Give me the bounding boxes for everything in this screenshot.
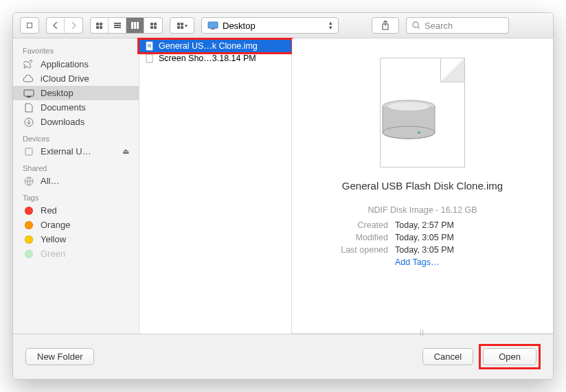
preview-file-icon bbox=[380, 58, 465, 168]
cancel-button[interactable]: Cancel bbox=[422, 348, 473, 365]
eject-icon[interactable]: ⏏ bbox=[122, 147, 129, 156]
path-label: Desktop bbox=[223, 21, 256, 31]
sidebar-toggle-group[interactable] bbox=[20, 17, 39, 34]
back-button[interactable] bbox=[47, 18, 65, 33]
sidebar-item-all[interactable]: All… bbox=[13, 174, 139, 188]
preview-metadata: NDIF Disk Image - 16.12 GB CreatedToday,… bbox=[319, 205, 525, 267]
file-icon bbox=[145, 41, 155, 51]
globe-icon bbox=[23, 176, 35, 186]
sidebar: Favorites Applications iCloud Drive Desk… bbox=[13, 38, 139, 334]
search-icon bbox=[412, 21, 420, 30]
svg-point-3 bbox=[413, 22, 418, 27]
view-mode-group[interactable] bbox=[90, 17, 163, 34]
path-dropdown[interactable]: Desktop ▴▾ bbox=[201, 17, 339, 34]
svg-rect-8 bbox=[25, 148, 32, 155]
tag-dot-yellow bbox=[25, 235, 33, 244]
sidebar-head-favorites: Favorites bbox=[13, 41, 139, 56]
share-button[interactable] bbox=[372, 17, 399, 34]
content-area: Favorites Applications iCloud Drive Desk… bbox=[13, 38, 553, 334]
icon-view-button[interactable] bbox=[91, 18, 109, 33]
tag-dot-orange bbox=[25, 221, 33, 229]
apps-icon bbox=[23, 58, 35, 69]
cloud-icon bbox=[23, 75, 35, 83]
sidebar-item-applications[interactable]: Applications bbox=[13, 56, 139, 71]
arrange-button[interactable]: ▾ bbox=[170, 17, 194, 34]
svg-rect-0 bbox=[208, 22, 218, 28]
svg-rect-6 bbox=[27, 96, 31, 97]
sidebar-tag-orange[interactable]: Orange bbox=[13, 218, 139, 232]
desktop-icon bbox=[23, 89, 35, 97]
bottom-bar: New Folder Cancel Open bbox=[13, 334, 553, 379]
open-highlight: Open bbox=[479, 344, 541, 369]
preview-pane: General USB Flash Disk Clone.img NDIF Di… bbox=[292, 38, 553, 334]
sidebar-tag-green[interactable]: Green bbox=[13, 246, 139, 261]
svg-rect-12 bbox=[146, 54, 152, 62]
search-input[interactable]: Search bbox=[406, 17, 509, 34]
nav-group[interactable] bbox=[46, 17, 83, 34]
sidebar-item-icloud[interactable]: iCloud Drive bbox=[13, 71, 139, 86]
search-placeholder: Search bbox=[424, 21, 453, 31]
forward-button[interactable] bbox=[65, 18, 82, 33]
svg-point-14 bbox=[388, 102, 429, 111]
share-icon bbox=[381, 21, 389, 30]
sidebar-tag-yellow[interactable]: Yellow bbox=[13, 232, 139, 246]
file-item-selected[interactable]: General US…k Clone.img bbox=[139, 40, 291, 52]
preview-typeinfo: NDIF Disk Image - 16.12 GB bbox=[319, 205, 525, 215]
coverflow-view-button[interactable] bbox=[144, 18, 162, 33]
open-button[interactable]: Open bbox=[483, 348, 536, 365]
open-dialog: ▾ Desktop ▴▾ Search Favorites Applicatio… bbox=[12, 12, 554, 380]
sidebar-item-external[interactable]: External U…⏏ bbox=[13, 144, 139, 159]
toolbar: ▾ Desktop ▴▾ Search bbox=[13, 13, 553, 38]
svg-rect-11 bbox=[148, 44, 151, 47]
sidebar-tag-red[interactable]: Red bbox=[13, 203, 139, 218]
svg-line-4 bbox=[418, 27, 420, 29]
file-item[interactable]: Screen Sho…3.18.14 PM bbox=[139, 52, 291, 65]
sidebar-item-downloads[interactable]: Downloads bbox=[13, 115, 139, 129]
sidebar-head-devices: Devices bbox=[13, 129, 139, 144]
sidebar-head-tags: Tags bbox=[13, 188, 139, 203]
add-tags-link[interactable]: Add Tags… bbox=[395, 257, 525, 267]
file-icon bbox=[145, 54, 155, 63]
svg-rect-5 bbox=[24, 90, 34, 96]
tag-dot-red bbox=[25, 207, 33, 215]
desktop-icon bbox=[207, 21, 218, 30]
resize-handle[interactable]: || bbox=[420, 329, 425, 336]
list-view-button[interactable] bbox=[109, 18, 126, 33]
sidebar-item-documents[interactable]: Documents bbox=[13, 100, 139, 115]
preview-filename: General USB Flash Disk Clone.img bbox=[342, 180, 503, 192]
new-folder-button[interactable]: New Folder bbox=[25, 348, 94, 365]
disk-icon bbox=[23, 147, 35, 157]
tag-dot-green bbox=[25, 250, 33, 258]
sidebar-item-desktop[interactable]: Desktop bbox=[13, 86, 139, 100]
doc-icon bbox=[23, 103, 35, 113]
file-list: General US…k Clone.img Screen Sho…3.18.1… bbox=[139, 38, 292, 334]
column-view-button[interactable] bbox=[126, 18, 144, 33]
down-icon bbox=[23, 117, 35, 127]
svg-point-16 bbox=[418, 131, 420, 134]
svg-rect-1 bbox=[211, 28, 215, 30]
hdd-icon bbox=[381, 100, 437, 142]
sidebar-head-shared: Shared bbox=[13, 159, 139, 174]
updown-icon: ▴▾ bbox=[329, 21, 332, 30]
